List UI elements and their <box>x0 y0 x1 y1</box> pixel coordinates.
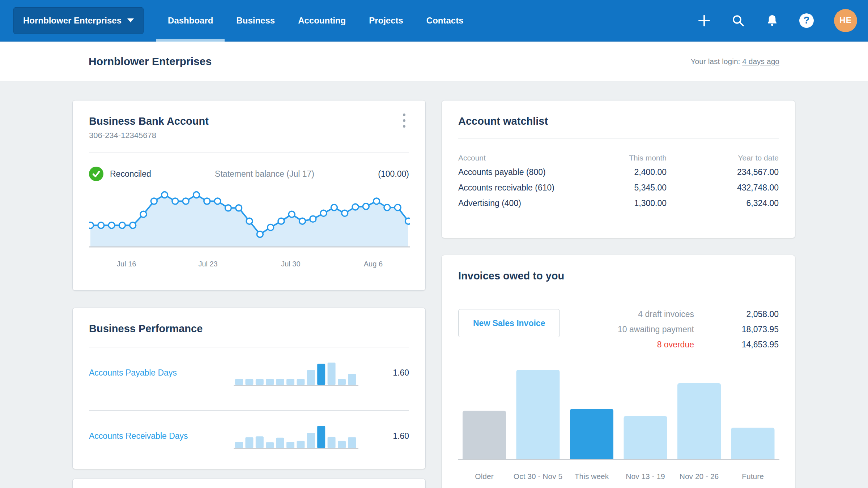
top-navigation-bar: Hornblower Enterprises DashboardBusiness… <box>0 0 868 42</box>
bar-category-label: Nov 20 - 26 <box>680 472 719 480</box>
invoice-stat: 10 awaiting payment18,073.95 <box>618 324 779 334</box>
statement-balance-value: (100.00) <box>378 169 409 179</box>
invoice-stat-label: 8 overdue <box>657 339 694 350</box>
watchlist-row: Accounts payable (800)2,400.00234,567.00 <box>458 164 779 180</box>
organisation-name: Hornblower Enterprises <box>23 16 122 26</box>
performance-row: Accounts Payable Days1.60 <box>89 347 409 398</box>
watchlist-row: Accounts receivable (610)5,345.00432,748… <box>458 180 779 196</box>
invoices-owed-card: Invoices owed to you New Sales Invoice 4… <box>442 255 795 488</box>
divider <box>458 138 779 138</box>
nav-icon-group: ? HE <box>697 9 857 32</box>
bank-card-title: Business Bank Account <box>89 115 409 127</box>
invoice-stat-overdue: 8 overdue14,653.95 <box>618 339 779 350</box>
performance-rows: Accounts Payable Days1.60Accounts Receiv… <box>89 347 409 461</box>
nav-menu: DashboardBusinessAccountingProjectsConta… <box>156 0 475 41</box>
business-bank-account-card: Business Bank Account 306-234-12345678 R… <box>72 100 426 291</box>
bar-category-label: Nov 13 - 19 <box>626 472 665 480</box>
sparkline-bar-chart <box>234 350 358 394</box>
performance-value: 1.60 <box>358 368 409 378</box>
account-watchlist-card: Account watchlist AccountThis monthYear … <box>442 100 795 238</box>
watchlist-title: Account watchlist <box>458 115 779 127</box>
watchlist-amount: 5,345.00 <box>558 183 667 193</box>
watchlist-amount: 432,748.00 <box>667 183 779 193</box>
watchlist-amount: 2,400.00 <box>558 167 667 177</box>
performance-sparkline <box>234 350 358 395</box>
watchlist-table: AccountThis monthYear to dateAccounts pa… <box>458 151 779 211</box>
watchlist-header-row: AccountThis monthYear to date <box>458 151 779 164</box>
watchlist-amount: 6,324.00 <box>667 198 779 208</box>
last-login-label: Your last login: <box>690 57 740 65</box>
bar-category-label: Oct 30 - Nov 5 <box>514 472 562 480</box>
x-axis-tick-label: Aug 6 <box>364 260 383 268</box>
watchlist-column-header: Account <box>458 154 558 162</box>
performance-sparkline <box>234 414 358 458</box>
partial-card <box>72 479 426 488</box>
organisation-selector[interactable]: Hornblower Enterprises <box>13 7 144 34</box>
invoice-stat-value: 2,058.00 <box>703 309 779 319</box>
invoice-stat-value: 14,653.95 <box>703 339 779 350</box>
chevron-down-icon <box>127 18 134 22</box>
plus-icon[interactable] <box>697 14 711 27</box>
watchlist-column-header: Year to date <box>667 154 779 162</box>
bar-category-label: Future <box>742 472 764 480</box>
watchlist-account-name: Advertising (400) <box>458 198 558 208</box>
watchlist-amount: 234,567.00 <box>667 167 779 177</box>
performance-metric-link[interactable]: Accounts Payable Days <box>89 368 234 378</box>
help-icon[interactable]: ? <box>799 13 814 28</box>
page-header: Hornblower Enterprises Your last login: … <box>0 42 868 81</box>
invoice-bar <box>624 416 667 459</box>
avatar-initials: HE <box>839 16 852 25</box>
area-chart-svg: Jul 16Jul 23Jul 30Aug 6 <box>89 190 410 275</box>
watchlist-account-name: Accounts payable (800) <box>458 167 558 177</box>
performance-row: Accounts Receivable Days1.60 <box>89 411 409 461</box>
watchlist-amount: 1,300.00 <box>558 198 667 208</box>
nav-item-accounting[interactable]: Accounting <box>286 0 357 41</box>
invoices-bar-chart: OlderOct 30 - Nov 5This weekNov 13 - 19N… <box>458 368 779 483</box>
invoice-bar <box>570 409 613 459</box>
performance-value: 1.60 <box>358 431 409 441</box>
statement-balance-label: Statement balance (Jul 17) <box>215 169 314 179</box>
x-axis-tick-label: Jul 23 <box>198 260 217 268</box>
bank-account-number: 306-234-12345678 <box>89 131 409 140</box>
performance-title: Business Performance <box>89 322 409 335</box>
kebab-menu-icon[interactable] <box>401 111 408 130</box>
x-axis-tick-label: Jul 30 <box>281 260 300 268</box>
invoices-title: Invoices owed to you <box>458 270 779 282</box>
new-sales-invoice-button[interactable]: New Sales Invoice <box>458 309 560 337</box>
reconciled-row: Reconciled Statement balance (Jul 17) (1… <box>89 167 409 181</box>
x-axis-tick-label: Jul 16 <box>117 260 136 268</box>
invoice-stats: 4 draft invoices2,058.0010 awaiting paym… <box>618 309 779 350</box>
page-title: Hornblower Enterprises <box>89 55 212 68</box>
bell-icon[interactable] <box>765 14 779 27</box>
search-icon[interactable] <box>731 14 745 27</box>
invoice-bar <box>516 370 560 459</box>
avatar[interactable]: HE <box>834 9 857 32</box>
invoice-stat-value: 18,073.95 <box>703 324 779 334</box>
nav-item-dashboard[interactable]: Dashboard <box>156 0 225 41</box>
bar-category-label: Older <box>475 472 493 480</box>
business-performance-card: Business Performance Accounts Payable Da… <box>72 308 426 469</box>
divider <box>89 153 409 153</box>
check-circle-icon <box>89 167 103 181</box>
help-glyph: ? <box>804 15 810 26</box>
bar-category-label: This week <box>575 472 609 480</box>
invoice-bar <box>731 428 775 459</box>
invoice-stat: 4 draft invoices2,058.00 <box>618 309 779 319</box>
bank-balance-area-chart: Jul 16Jul 23Jul 30Aug 6 <box>89 190 409 276</box>
nav-item-business[interactable]: Business <box>225 0 286 41</box>
watchlist-column-header: This month <box>558 154 667 162</box>
nav-item-projects[interactable]: Projects <box>357 0 415 41</box>
reconciled-label: Reconciled <box>110 169 151 179</box>
watchlist-row: Advertising (400)1,300.006,324.00 <box>458 196 779 211</box>
performance-metric-link[interactable]: Accounts Receivable Days <box>89 431 234 441</box>
last-login: Your last login: 4 days ago <box>690 57 779 66</box>
divider <box>458 293 779 293</box>
watchlist-account-name: Accounts receivable (610) <box>458 183 558 193</box>
invoice-bar <box>677 383 721 459</box>
last-login-link[interactable]: 4 days ago <box>742 57 779 65</box>
sparkline-bar-chart <box>234 414 358 457</box>
invoice-bar <box>463 411 506 459</box>
bar-chart-svg: OlderOct 30 - Nov 5This weekNov 13 - 19N… <box>458 368 779 481</box>
invoice-stat-label: 4 draft invoices <box>638 309 694 319</box>
nav-item-contacts[interactable]: Contacts <box>415 0 475 41</box>
